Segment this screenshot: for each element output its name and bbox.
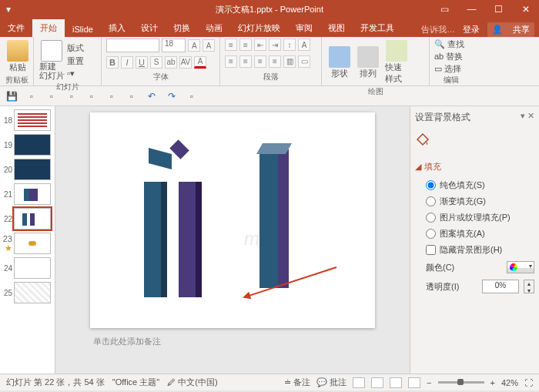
line-spacing[interactable]: ↕ bbox=[283, 39, 296, 51]
fit-to-window[interactable]: ⛶ bbox=[524, 378, 533, 387]
arrange-button[interactable]: 排列 bbox=[355, 45, 381, 81]
layout-button[interactable]: 版式 bbox=[67, 42, 84, 54]
ribbon: 粘贴 剪贴板 新建 幻灯片 版式 重置 ▫▾ 幻灯片 18 A A B I bbox=[0, 37, 539, 86]
solid-fill-option[interactable]: 纯色填充(S) bbox=[415, 177, 534, 193]
align-justify[interactable]: ≡ bbox=[269, 55, 281, 68]
qat-btn[interactable]: ▫ bbox=[186, 91, 197, 102]
hide-bg-graphics-option[interactable]: 隐藏背景图形(H) bbox=[415, 242, 534, 258]
tell-me[interactable]: 告诉我… bbox=[421, 24, 455, 35]
tab-review[interactable]: 审阅 bbox=[288, 19, 320, 37]
pane-title: 设置背景格式 bbox=[415, 111, 534, 124]
zoom-level[interactable]: 42% bbox=[501, 378, 518, 387]
maximize-button[interactable]: ☐ bbox=[485, 0, 512, 18]
section-button[interactable]: ▫▾ bbox=[67, 69, 84, 79]
thumbnail[interactable] bbox=[14, 282, 51, 303]
quick-styles-button[interactable]: 快速样式 bbox=[383, 39, 410, 86]
tab-view[interactable]: 视图 bbox=[320, 19, 353, 37]
tab-insert[interactable]: 插入 bbox=[101, 19, 133, 37]
thumbnail-active[interactable] bbox=[14, 208, 51, 230]
slide-canvas[interactable]: m bbox=[90, 112, 375, 328]
fill-section-header[interactable]: ◢ 填充 bbox=[415, 161, 534, 173]
transparency-input[interactable]: 0% bbox=[482, 280, 519, 293]
qat-btn[interactable]: ▫ bbox=[126, 91, 137, 102]
numbering-button[interactable]: ≡ bbox=[239, 39, 252, 51]
app-menu-icon[interactable]: ▾ bbox=[6, 4, 11, 15]
language-status[interactable]: 🖉 中文(中国) bbox=[167, 377, 217, 388]
thumbnail[interactable] bbox=[14, 109, 51, 131]
tab-transitions[interactable]: 切换 bbox=[166, 19, 198, 37]
redo-icon[interactable]: ↷ bbox=[166, 91, 177, 102]
thumbnail[interactable] bbox=[14, 233, 51, 254]
thumbnail[interactable] bbox=[14, 257, 51, 279]
undo-icon[interactable]: ↶ bbox=[146, 91, 157, 102]
shadow-button[interactable]: ab bbox=[165, 56, 177, 69]
thumbnail[interactable] bbox=[14, 183, 51, 205]
group-paragraph: 段落 bbox=[225, 72, 316, 84]
normal-view-icon[interactable] bbox=[353, 377, 365, 388]
pattern-fill-option[interactable]: 图案填充(A) bbox=[415, 226, 534, 242]
transparency-spinner[interactable]: ▴▾ bbox=[524, 280, 534, 293]
align-left[interactable]: ≡ bbox=[225, 55, 237, 68]
sorter-view-icon[interactable] bbox=[371, 377, 383, 388]
close-button[interactable]: ✕ bbox=[512, 0, 539, 18]
tab-slideshow[interactable]: 幻灯片放映 bbox=[230, 19, 288, 37]
new-slide-button[interactable]: 新建 幻灯片 bbox=[38, 39, 65, 82]
picture-fill-option[interactable]: 图片或纹理填充(P) bbox=[415, 209, 534, 226]
qat-btn[interactable]: ▫ bbox=[26, 91, 37, 102]
zoom-slider[interactable] bbox=[438, 381, 484, 384]
tab-design[interactable]: 设计 bbox=[133, 19, 166, 37]
thumbnail[interactable] bbox=[14, 134, 51, 156]
tab-file[interactable]: 文件 bbox=[0, 19, 32, 37]
comments-toggle[interactable]: 💬 批注 bbox=[316, 377, 346, 388]
shapes-button[interactable]: 形状 bbox=[326, 45, 353, 81]
notes-placeholder[interactable]: 单击此处添加备注 bbox=[90, 333, 375, 350]
italic-button[interactable]: I bbox=[121, 56, 133, 69]
qat-btn[interactable]: ▫ bbox=[106, 91, 117, 102]
indent-dec[interactable]: ⇤ bbox=[254, 39, 266, 51]
smartart-button[interactable]: ▭ bbox=[298, 55, 310, 68]
strike-button[interactable]: S bbox=[150, 56, 162, 69]
font-size-select[interactable]: 18 bbox=[162, 39, 186, 52]
spacing-button[interactable]: AV bbox=[179, 56, 192, 69]
save-icon[interactable]: 💾 bbox=[6, 91, 17, 102]
bold-button[interactable]: B bbox=[106, 56, 119, 69]
slideshow-view-icon[interactable] bbox=[408, 377, 420, 388]
thumbnail[interactable] bbox=[14, 159, 51, 180]
tab-islide[interactable]: iSlide bbox=[65, 22, 101, 37]
transparency-label: 透明度(I) bbox=[426, 281, 459, 293]
underline-button[interactable]: U bbox=[136, 56, 148, 69]
paste-button[interactable]: 粘贴 bbox=[5, 39, 31, 75]
zoom-in[interactable]: + bbox=[490, 378, 495, 387]
share-button[interactable]: 👤 共享 bbox=[487, 22, 534, 37]
tab-home[interactable]: 开始 bbox=[32, 19, 65, 37]
grow-font[interactable]: A bbox=[188, 39, 200, 52]
slide-count[interactable]: 幻灯片 第 22 张，共 54 张 bbox=[6, 377, 105, 388]
align-right[interactable]: ≡ bbox=[254, 55, 266, 68]
slide-thumbnails[interactable]: 18 19 20 21 22 23★ 24 25 bbox=[0, 106, 55, 374]
reading-view-icon[interactable] bbox=[390, 377, 402, 388]
bullets-button[interactable]: ≡ bbox=[225, 39, 237, 51]
replace-button[interactable]: ab 替换 bbox=[434, 51, 468, 62]
select-button[interactable]: ▭ 选择 bbox=[434, 63, 468, 75]
tab-developer[interactable]: 开发工具 bbox=[353, 19, 402, 37]
text-direction[interactable]: A bbox=[298, 39, 310, 51]
pane-close-icon[interactable]: ▾ ✕ bbox=[521, 111, 534, 121]
shrink-font[interactable]: A bbox=[203, 39, 215, 52]
zoom-out[interactable]: − bbox=[427, 378, 431, 387]
columns-button[interactable]: ▥ bbox=[283, 55, 296, 68]
fill-bucket-icon[interactable] bbox=[415, 132, 430, 147]
group-clipboard: 剪贴板 bbox=[5, 75, 28, 87]
gradient-fill-option[interactable]: 渐变填充(G) bbox=[415, 193, 534, 209]
login-link[interactable]: 登录 bbox=[463, 24, 480, 35]
align-center[interactable]: ≡ bbox=[239, 55, 252, 68]
minimize-button[interactable]: ― bbox=[458, 0, 485, 18]
color-picker[interactable]: ▾ bbox=[507, 261, 534, 273]
ribbon-options-icon[interactable]: ▭ bbox=[431, 0, 458, 18]
indent-inc[interactable]: ⇥ bbox=[269, 39, 281, 51]
font-family-select[interactable] bbox=[106, 39, 159, 52]
tab-animations[interactable]: 动画 bbox=[198, 19, 230, 37]
reset-button[interactable]: 重置 bbox=[67, 55, 84, 67]
font-color-button[interactable]: A bbox=[194, 56, 206, 69]
notes-toggle[interactable]: ≐ 备注 bbox=[284, 377, 310, 388]
find-button[interactable]: 🔍 查找 bbox=[434, 39, 468, 50]
